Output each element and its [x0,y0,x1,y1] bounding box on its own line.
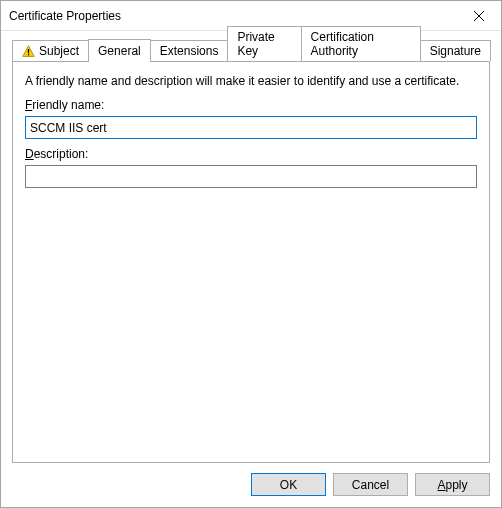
window-title: Certificate Properties [9,9,121,23]
description-input[interactable] [25,165,477,188]
ok-button[interactable]: OK [251,473,326,496]
friendly-name-label: Friendly name: [25,98,477,112]
description-label: Description: [25,147,477,161]
tab-panel-general: A friendly name and description will mak… [12,61,490,463]
content-area: Subject General Extensions Private Key C… [1,31,501,463]
friendly-name-input-wrap [25,116,477,139]
close-button[interactable] [456,1,501,30]
tab-label: Extensions [160,44,219,58]
tab-subject[interactable]: Subject [12,40,89,61]
tab-private-key[interactable]: Private Key [227,26,301,61]
warning-icon [22,45,35,58]
cancel-button[interactable]: Cancel [333,473,408,496]
tab-certification-authority[interactable]: Certification Authority [301,26,421,61]
friendly-name-input[interactable] [25,116,477,139]
tabstrip: Subject General Extensions Private Key C… [12,39,490,61]
tab-label: Certification Authority [311,30,411,58]
tab-general[interactable]: General [88,39,151,62]
apply-button[interactable]: Apply [415,473,490,496]
intro-text: A friendly name and description will mak… [25,74,477,88]
button-row: OK Cancel Apply [1,463,501,507]
tab-label: Subject [39,44,79,58]
tab-label: Signature [430,44,481,58]
tab-extensions[interactable]: Extensions [150,40,229,61]
tab-label: General [98,44,141,58]
svg-rect-3 [28,49,29,53]
tab-signature[interactable]: Signature [420,40,491,61]
close-icon [474,11,484,21]
dialog-window: Certificate Properties Subject [0,0,502,508]
svg-rect-4 [28,53,29,54]
tab-label: Private Key [237,30,291,58]
